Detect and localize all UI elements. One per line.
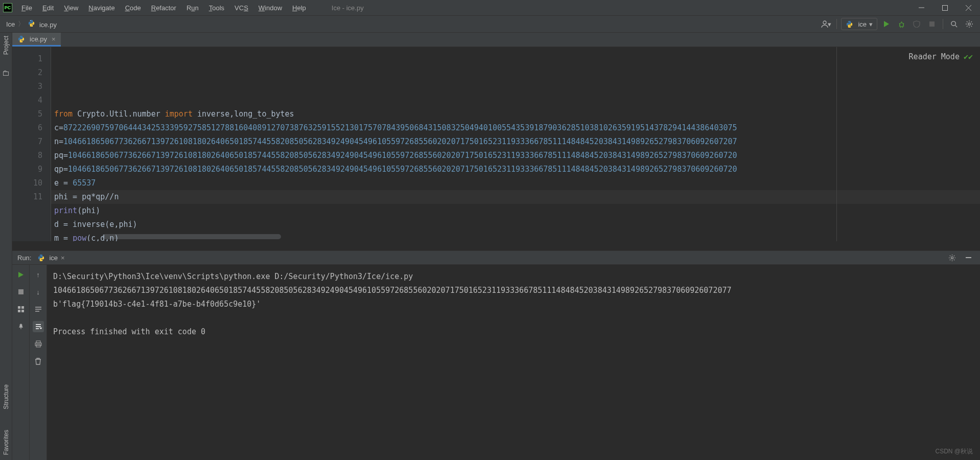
svg-rect-10 bbox=[18, 306, 20, 309]
svg-point-1 bbox=[30, 20, 31, 21]
project-toolwindow-button[interactable]: Project bbox=[3, 36, 10, 55]
editor-tab-label: ice.py bbox=[30, 35, 47, 43]
menu-help[interactable]: Help bbox=[287, 0, 311, 16]
menu-window[interactable]: Window bbox=[253, 0, 287, 16]
svg-point-8 bbox=[951, 257, 953, 259]
separator bbox=[836, 19, 837, 29]
svg-rect-12 bbox=[18, 310, 20, 312]
menu-view[interactable]: View bbox=[59, 0, 83, 16]
python-file-icon bbox=[28, 19, 35, 27]
app-logo-icon: PC bbox=[3, 3, 12, 12]
inspection-ok-icon[interactable]: ✔✔ bbox=[964, 50, 973, 64]
svg-rect-0 bbox=[942, 5, 947, 10]
menu-edit[interactable]: Edit bbox=[37, 0, 59, 16]
run-side-toolbar-left bbox=[12, 265, 30, 460]
window-title: Ice - ice.py bbox=[332, 4, 364, 12]
code-area[interactable]: Reader Mode ✔✔ from Crypto.Util.number i… bbox=[51, 47, 980, 241]
main-menu: File Edit View Navigate Code Refactor Ru… bbox=[16, 0, 311, 16]
close-run-tab-icon[interactable]: × bbox=[61, 254, 65, 262]
breadcrumb-file[interactable]: ice.py bbox=[28, 19, 57, 29]
maximize-button[interactable] bbox=[933, 0, 956, 16]
rerun-button[interactable] bbox=[15, 269, 27, 280]
toolbar-right: ▾ ice ▾ bbox=[819, 17, 980, 31]
editor-status-widgets: Reader Mode ✔✔ bbox=[909, 50, 973, 64]
svg-point-6 bbox=[951, 21, 955, 25]
project-folder-icon: 🗀 bbox=[2, 68, 10, 77]
delete-button[interactable] bbox=[33, 356, 44, 367]
coverage-button[interactable] bbox=[910, 17, 923, 31]
window-controls bbox=[909, 0, 980, 16]
search-everywhere-button[interactable] bbox=[947, 17, 961, 31]
run-toolwindow: ↑ ↓ D:\Security\Python3\Ice\venv\Scripts… bbox=[12, 265, 980, 460]
run-config-selector[interactable]: ice ▾ bbox=[841, 18, 877, 30]
run-config-name[interactable]: ice bbox=[49, 254, 58, 262]
chevron-down-icon: ▾ bbox=[869, 20, 873, 28]
print-button[interactable] bbox=[33, 338, 44, 350]
svg-rect-13 bbox=[21, 310, 24, 312]
separator bbox=[943, 19, 943, 29]
svg-point-7 bbox=[968, 23, 970, 25]
stop-run-button[interactable] bbox=[15, 286, 27, 297]
navigation-bar: Ice 〉 ice.py ▾ ice ▾ bbox=[0, 16, 980, 33]
run-title: Run: bbox=[17, 254, 31, 262]
favorites-toolwindow-button[interactable]: Favorites bbox=[3, 430, 10, 455]
hide-toolwindow-button[interactable] bbox=[962, 251, 975, 264]
down-stack-button[interactable]: ↓ bbox=[33, 286, 44, 297]
structure-toolwindow-button[interactable]: Structure bbox=[3, 384, 10, 409]
svg-point-2 bbox=[32, 26, 33, 26]
run-button[interactable] bbox=[879, 17, 893, 31]
up-stack-button[interactable]: ↑ bbox=[33, 269, 44, 280]
layout-button[interactable] bbox=[15, 304, 27, 315]
run-config-label: ice bbox=[858, 20, 867, 28]
minimize-button[interactable] bbox=[909, 0, 933, 16]
svg-rect-5 bbox=[929, 21, 935, 27]
python-file-icon bbox=[17, 35, 25, 43]
menu-navigate[interactable]: Navigate bbox=[83, 0, 120, 16]
menu-file[interactable]: File bbox=[16, 0, 37, 16]
scroll-to-end-button[interactable] bbox=[33, 321, 44, 332]
console-output[interactable]: D:\Security\Python3\Ice\venv\Scripts\pyt… bbox=[47, 265, 980, 460]
breadcrumb-project[interactable]: Ice bbox=[6, 20, 15, 28]
svg-point-3 bbox=[823, 21, 826, 24]
editor-tab[interactable]: ice.py × bbox=[12, 33, 61, 47]
close-button[interactable] bbox=[956, 0, 980, 16]
settings-button[interactable] bbox=[963, 17, 976, 31]
python-icon bbox=[37, 254, 45, 262]
svg-rect-14 bbox=[36, 341, 40, 343]
pin-button[interactable] bbox=[15, 321, 27, 332]
menu-run[interactable]: Run bbox=[181, 0, 204, 16]
menu-tools[interactable]: Tools bbox=[204, 0, 229, 16]
title-bar: PC File Edit View Navigate Code Refactor… bbox=[0, 0, 980, 16]
watermark: CSDN @秋说 bbox=[935, 447, 973, 456]
user-icon[interactable]: ▾ bbox=[819, 17, 832, 31]
chevron-right-icon: 〉 bbox=[18, 19, 25, 29]
debug-button[interactable] bbox=[895, 17, 908, 31]
editor-tabs: ice.py × bbox=[12, 33, 980, 47]
stop-button[interactable] bbox=[925, 17, 939, 31]
run-toolwindow-header: Run: ice × bbox=[12, 250, 980, 265]
menu-vcs[interactable]: VCS bbox=[229, 0, 253, 16]
reader-mode-label[interactable]: Reader Mode bbox=[909, 50, 960, 64]
breadcrumb: Ice 〉 ice.py bbox=[6, 19, 57, 29]
svg-point-4 bbox=[899, 22, 903, 27]
run-settings-button[interactable] bbox=[945, 251, 959, 264]
python-icon bbox=[846, 20, 853, 28]
left-toolwindow-strip: Project 🗀 Structure Favorites bbox=[0, 33, 12, 460]
svg-rect-11 bbox=[21, 306, 24, 309]
menu-code[interactable]: Code bbox=[120, 0, 146, 16]
gutter: 123 456 789 1011 bbox=[12, 47, 51, 241]
soft-wrap-button[interactable] bbox=[33, 304, 44, 315]
menu-refactor[interactable]: Refactor bbox=[146, 0, 181, 16]
close-tab-icon[interactable]: × bbox=[52, 35, 56, 43]
code-editor[interactable]: 123 456 789 1011 Reader Mode ✔✔ from Cry… bbox=[12, 47, 980, 241]
run-side-toolbar-right: ↑ ↓ bbox=[30, 265, 47, 460]
svg-rect-9 bbox=[18, 289, 24, 294]
